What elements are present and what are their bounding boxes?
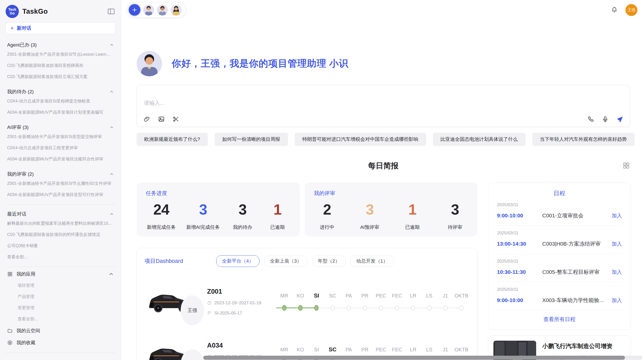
- chevron-up-icon[interactable]: [109, 172, 114, 176]
- sidebar-app-subitem[interactable]: 查看全部...: [6, 313, 115, 325]
- milestone[interactable]: LR: [405, 291, 421, 313]
- milestone-label: LR: [405, 345, 421, 354]
- microphone-icon[interactable]: [602, 116, 609, 123]
- sidebar-recent-item[interactable]: 解释最新出台的欧盟报废车法规再生塑料比例被调至15%...: [7, 218, 114, 229]
- suggestion-chip[interactable]: 如何写一份清晰的项目周报: [215, 133, 288, 146]
- event-join-link[interactable]: 加入: [612, 212, 622, 219]
- sidebar-task-item[interactable]: C0X4-动力总成开发项目工程变更评审: [7, 142, 114, 154]
- sidebar-recent-item[interactable]: C02-飞腾新能源轻客改款项目的闭环通告反馈情况: [7, 229, 114, 240]
- sidebar-section-header-0[interactable]: Agent已办 (3): [7, 42, 114, 48]
- milestone[interactable]: SI: [309, 291, 325, 313]
- suggestion-chip[interactable]: 欧洲新规最近颁布了什么?: [137, 133, 208, 146]
- sidebar-task-item[interactable]: Z001-全新燃油轻卡产品开发项目SI造型提交物评审: [7, 131, 114, 142]
- sidebar-section-header-2[interactable]: AI评审 (3): [7, 124, 114, 131]
- milestone[interactable]: FEC: [389, 291, 405, 313]
- milestone[interactable]: PR: [357, 291, 373, 313]
- sidebar-task-item[interactable]: C02-飞腾新能源轻客改款项目立项汇报方案: [7, 71, 114, 82]
- chevron-up-icon[interactable]: [109, 43, 114, 47]
- agent-avatar-3[interactable]: [171, 5, 182, 16]
- agent-avatar-1[interactable]: [143, 5, 154, 16]
- sidebar-item-star-badge[interactable]: 我的收藏: [6, 337, 115, 349]
- sidebar-app-subitem[interactable]: 变更管理: [6, 302, 115, 313]
- project-flag: SI-2025-05-17: [207, 311, 276, 316]
- project-media: 王强: [144, 340, 200, 360]
- bell-icon[interactable]: [611, 6, 618, 14]
- sidebar-app-subitem[interactable]: 项目管理: [6, 280, 115, 291]
- sidebar-task-item[interactable]: Z001-全新燃油轻卡产品开发项目SI节点属性5D文件评审: [7, 178, 114, 189]
- collapse-sidebar-icon[interactable]: [107, 7, 115, 16]
- star-badge-icon: [7, 340, 13, 346]
- sidebar-task-item[interactable]: A034-全新新能源MUV产品开发项目计划变更表编写: [7, 107, 114, 118]
- user-avatar[interactable]: 王强: [625, 4, 637, 16]
- sidebar-app-subitem[interactable]: 产品管理: [6, 291, 115, 302]
- sidebar-task-item[interactable]: C0X4-动力总成开发项目SI里程碑提交物检查: [7, 96, 114, 107]
- milestone-label: MR: [276, 345, 292, 354]
- event-row: 13:00-14:30C003|H0B-方案冻结评审加入: [497, 240, 622, 247]
- sidebar-section-header-3[interactable]: 我的评审 (2): [7, 171, 114, 177]
- layout-grid-icon[interactable]: [622, 162, 630, 170]
- milestone[interactable]: KO: [292, 291, 308, 313]
- sidebar-item-people[interactable]: AI超级员工: [6, 354, 115, 357]
- milestone-dot: [459, 305, 464, 311]
- milestone-dot-row: [437, 303, 453, 313]
- event-title: C005-整车工程目标评审: [542, 268, 612, 276]
- topbar-right: 王强: [611, 4, 637, 16]
- milestone[interactable]: SC: [325, 291, 341, 313]
- sidebar-item-my-apps[interactable]: 我的应用: [6, 268, 115, 280]
- sidebar-task-item[interactable]: A034-全新新能源MUV产品开发项目法规符合性评审: [7, 154, 114, 165]
- sidebar-task-item[interactable]: C02-飞腾新能源轻客改款项目里程碑画布: [7, 60, 114, 71]
- suggestion-chip[interactable]: 比亚迪全固态电池计划具体说了什么: [433, 133, 525, 146]
- suggestion-chip[interactable]: 当下年轻人对汽车外观有怎样的喜好趋势: [532, 133, 635, 146]
- sidebar-task-item[interactable]: Z001-全新燃油皮卡产品开发项目SI节点Lesson Learn报告: [7, 49, 114, 60]
- attachment-icon[interactable]: [143, 116, 150, 123]
- sidebar-section-label: AI评审 (3): [7, 124, 28, 131]
- schedule-event: 2025/03/1113:00-14:30C003|H0B-方案冻结评审加入: [497, 226, 622, 254]
- voice-call-icon[interactable]: [587, 116, 594, 123]
- cloud-folder-icon: [7, 328, 13, 334]
- sidebar-task-item[interactable]: A034-全新新能源MUV产品开发项目造型可行性评审: [7, 189, 114, 200]
- stat-value: 24: [147, 201, 176, 218]
- stat-value: 1: [265, 201, 290, 218]
- dashboard-tab[interactable]: 全新上装（3）: [264, 255, 308, 267]
- screenshot-scissors-icon[interactable]: [172, 116, 179, 123]
- dashboard-tab[interactable]: 动总开发（1）: [350, 255, 394, 267]
- sidebar-recent-item[interactable]: 公司Q3轻卡销量: [7, 240, 114, 251]
- event-join-link[interactable]: 加入: [612, 297, 622, 304]
- sidebar-section-label: 我的待办 (2): [7, 88, 34, 95]
- milestone-dot-row: [405, 303, 421, 313]
- milestone-dot: [411, 305, 415, 311]
- horizontal-scrollbar-thumb[interactable]: [203, 356, 625, 360]
- project-row: 王强Z0012023-12-19~2027-01-19SI-2025-05-17…: [144, 282, 470, 321]
- sidebar-scroll: Agent已办 (3)Z001-全新燃油皮卡产品开发项目SI节点Lesson L…: [6, 36, 115, 357]
- milestone[interactable]: OKTB: [453, 291, 470, 313]
- chevron-up-icon[interactable]: [109, 212, 114, 216]
- sidebar-recent-item[interactable]: 查看全部...: [7, 251, 114, 263]
- dashboard-tab[interactable]: 全新平台（4）: [216, 255, 260, 267]
- milestone[interactable]: J1: [437, 291, 453, 313]
- send-icon[interactable]: [616, 116, 623, 123]
- sidebar-item-cloud-folder[interactable]: 我的云空间: [6, 325, 115, 337]
- view-all-schedule-link[interactable]: 查看所有日程: [497, 310, 622, 324]
- suggestion-chip[interactable]: 特朗普可能对进口汽车增税会对中国车企造成哪些影响: [295, 133, 426, 146]
- milestone-label: FEC: [389, 291, 405, 300]
- sidebar-section-header-recent[interactable]: 最近对话: [7, 211, 114, 217]
- chevron-up-icon[interactable]: [108, 271, 114, 277]
- chat-input[interactable]: 请输入...: [137, 85, 630, 127]
- new-chat-button[interactable]: + 新对话: [6, 22, 115, 34]
- chevron-up-icon[interactable]: [109, 89, 114, 94]
- chevron-up-icon[interactable]: [109, 125, 114, 130]
- sidebar-section-header-1[interactable]: 我的待办 (2): [7, 88, 114, 95]
- dashboard-tab[interactable]: 年型（2）: [312, 255, 346, 267]
- add-agent-button[interactable]: [129, 4, 140, 16]
- milestone[interactable]: MR: [276, 291, 292, 313]
- agent-avatar-2[interactable]: [157, 5, 168, 16]
- divider: [6, 267, 115, 267]
- image-upload-icon[interactable]: [158, 116, 165, 123]
- stats-row: 任务进度24新增完成任务3新增AI完成任务3我的待办1已逾期我的评审2进行中3A…: [137, 183, 477, 236]
- milestone[interactable]: PEC: [373, 291, 389, 313]
- event-title: C001-立项审批会: [542, 212, 612, 219]
- milestone[interactable]: LS: [421, 291, 437, 313]
- event-join-link[interactable]: 加入: [612, 241, 622, 247]
- event-join-link[interactable]: 加入: [612, 269, 622, 276]
- milestone[interactable]: PA: [341, 291, 357, 313]
